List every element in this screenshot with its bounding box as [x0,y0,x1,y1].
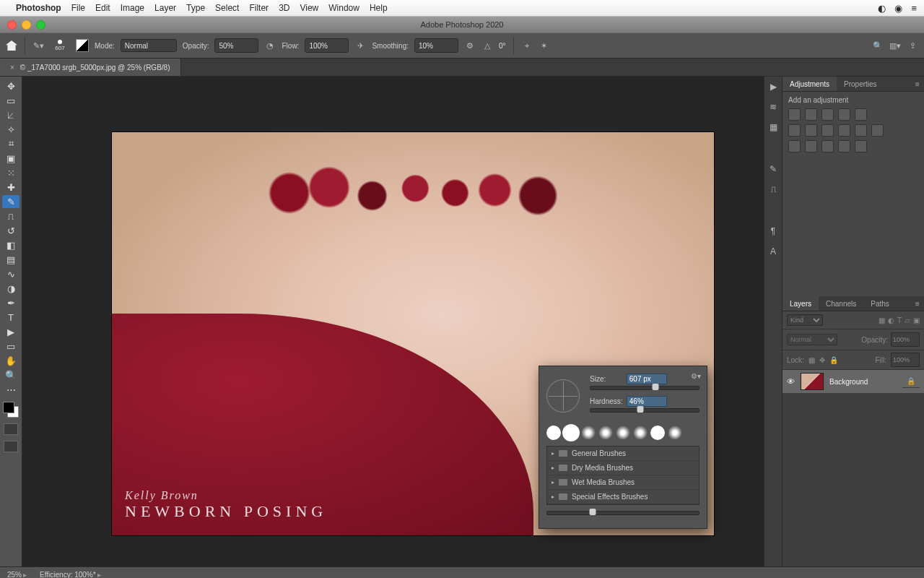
smoothing-input[interactable] [414,38,458,53]
healing-tool[interactable]: ✚ [2,181,19,194]
tab-layers[interactable]: Layers [783,296,819,311]
adj-channelmixer-icon[interactable] [855,124,867,137]
adj-exposure-icon[interactable] [838,108,850,121]
edit-toolbar[interactable]: ⋯ [2,383,19,396]
size-slider[interactable] [590,386,699,390]
hand-tool[interactable]: ✋ [2,354,19,367]
type-tool[interactable]: T [2,311,19,324]
marquee-tool[interactable]: ▭ [2,94,19,107]
adj-invert-icon[interactable] [788,140,801,152]
brush-preset[interactable] [562,424,580,441]
menu-view[interactable]: View [300,3,318,13]
adj-gradientmap-icon[interactable] [838,140,850,152]
layer-opacity-input[interactable] [891,332,920,347]
layer-blend-mode[interactable]: Normal [787,334,837,345]
color-swatches[interactable] [3,402,19,418]
lock-position-icon[interactable]: ✥ [819,356,825,364]
tab-adjustments[interactable]: Adjustments [783,77,837,91]
menu-select[interactable]: Select [215,3,239,13]
path-select-tool[interactable]: ▶ [2,325,19,338]
brush-folder[interactable]: ▸Special Effects Brushes [547,490,699,504]
layer-filter-kind[interactable]: Kind [787,314,823,326]
brush-folder[interactable]: ▸General Brushes [547,447,699,461]
flow-input[interactable] [305,38,349,53]
brush-panel-toggle[interactable] [76,39,89,52]
brush-preset[interactable] [633,426,648,440]
document-tab[interactable]: × © _17A7000 srgb_5000px.jpg @ 25% (RGB/… [0,59,181,76]
menu-layer[interactable]: Layer [154,3,176,13]
blend-mode-select[interactable]: Normal [121,39,177,52]
airbrush-icon[interactable]: ✈ [354,40,366,51]
adj-colorlookup-icon[interactable] [871,124,884,137]
paragraph-panel-icon[interactable]: ¶ [767,225,779,237]
filter-smart-icon[interactable]: ▣ [913,316,920,324]
layers-menu-icon[interactable]: ≡ [911,296,924,311]
layer-row[interactable]: 👁 Background 🔒 [783,370,924,393]
menu-3d[interactable]: 3D [279,3,289,13]
opacity-input[interactable] [214,38,258,53]
lock-all-icon[interactable]: 🔒 [829,356,838,364]
menu-image[interactable]: Image [121,3,144,13]
search-icon[interactable]: 🔍 [872,40,884,51]
menu-type[interactable]: Type [186,3,205,13]
character-panel-icon[interactable]: A [767,246,779,257]
fill-input[interactable] [891,353,920,367]
adj-bw-icon[interactable] [821,124,834,137]
brush-zoom-slider[interactable] [546,511,699,515]
butterfly-icon[interactable]: ✶ [539,40,550,51]
screen-mode[interactable] [4,441,18,452]
filter-adj-icon[interactable]: ◐ [888,316,894,324]
adj-posterize-icon[interactable] [805,140,817,152]
tab-close-icon[interactable]: × [10,64,14,72]
menu-window[interactable]: Window [328,3,359,13]
adj-hue-icon[interactable] [788,124,801,137]
brush-folder[interactable]: ▸Dry Media Brushes [547,461,699,475]
blur-tool[interactable]: ∿ [2,267,19,280]
adj-threshold-icon[interactable] [821,140,834,152]
pen-tool[interactable]: ✒ [2,296,19,309]
brush-preset-picker[interactable]: 607 [50,35,70,56]
brush-preset[interactable] [668,426,682,440]
lock-pixels-icon[interactable]: ▦ [808,356,815,364]
menu-edit[interactable]: Edit [95,3,110,13]
symmetry-icon[interactable]: ⌖ [521,40,533,51]
gradient-tool[interactable]: ▤ [2,253,19,266]
adj-selectivecolor-icon[interactable] [855,140,867,152]
eyedropper-tool[interactable]: ⁙ [2,166,19,179]
brushes-panel-icon[interactable]: ≋ [767,101,779,113]
frame-tool[interactable]: ▣ [2,152,19,165]
filter-type-icon[interactable]: T [897,316,902,324]
tab-channels[interactable]: Channels [819,296,863,311]
popover-gear-icon[interactable]: ⚙▾ [691,372,701,380]
history-panel-icon[interactable]: ▶ [767,81,779,92]
hardness-input[interactable] [627,396,667,407]
brush-preset[interactable] [616,426,630,440]
tab-paths[interactable]: Paths [863,296,897,311]
status-zoom[interactable]: 25%▸ [7,571,27,579]
home-button[interactable] [6,40,17,51]
clone-source-icon[interactable]: ⎍ [767,184,779,195]
dodge-tool[interactable]: ◑ [2,282,19,295]
panel-menu-icon[interactable]: ≡ [911,77,924,91]
brush-folder[interactable]: ▸Wet Media Brushes [547,475,699,490]
visibility-icon[interactable]: 👁 [787,377,795,386]
brush-preset[interactable] [546,426,561,440]
tab-properties[interactable]: Properties [837,77,884,91]
adj-colorbalance-icon[interactable] [805,124,817,137]
lasso-tool[interactable]: ⟀ [2,108,19,121]
menu-help[interactable]: Help [370,3,388,13]
canvas-area[interactable]: Kelly Brown NEWBORN POSING ⚙▾ Size: Hard… [22,77,764,566]
adj-vibrance-icon[interactable] [855,108,867,121]
zoom-button[interactable] [36,20,45,30]
adj-brightness-icon[interactable] [788,108,801,121]
brush-preset[interactable] [650,426,665,440]
adj-curves-icon[interactable] [821,108,834,121]
quick-mask[interactable] [4,423,18,435]
menu-file[interactable]: File [71,3,85,13]
smoothing-options-icon[interactable]: ⚙ [464,40,476,51]
brush-tool[interactable]: ✎ [2,195,19,208]
crop-tool[interactable]: ⌗ [2,137,19,150]
menu-app[interactable]: Photoshop [16,3,61,13]
brush-settings-icon[interactable]: ✎ [767,163,779,175]
quick-select-tool[interactable]: ✧ [2,123,19,136]
